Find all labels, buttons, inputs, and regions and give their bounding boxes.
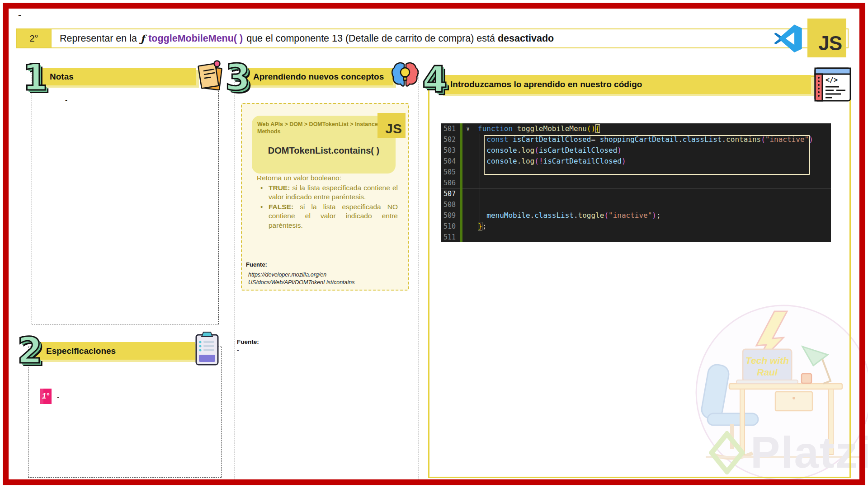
code-content[interactable] (473, 199, 831, 210)
fuente-secondary: Fuente: - (237, 338, 259, 354)
banner-codigo: Introduzcamos lo aprendido en nuestro có… (440, 75, 811, 94)
fuente-url[interactable]: https://developer.mozilla.org/en- US/doc… (248, 271, 361, 286)
section-number-2: 2 (17, 333, 42, 369)
task-title: Representar en la ƒ toggleMobileMenu( ) … (52, 29, 554, 47)
especificaciones-box (28, 347, 222, 478)
line-number: 501 (441, 123, 460, 134)
code-content[interactable] (473, 178, 831, 188)
clipboard-icon (194, 331, 220, 367)
fold-gutter (462, 221, 473, 232)
line-number: 505 (441, 167, 460, 178)
code-content[interactable] (473, 232, 831, 242)
fold-gutter (462, 199, 473, 210)
code-content[interactable]: }; (473, 221, 831, 232)
brain-idea-icon (392, 61, 419, 89)
line-number: 502 (441, 134, 460, 145)
concept-card: Web APIs > DOM > DOMTokenList > Instance… (241, 103, 409, 291)
fold-gutter (462, 178, 473, 188)
function-name: toggleMobileMenu( ) (148, 33, 243, 44)
section-number-4: 4 (422, 62, 448, 98)
line-number: 504 (441, 156, 460, 167)
svg-text:</>: </> (826, 76, 838, 84)
line-number: 509 (441, 210, 460, 221)
function-symbol: ƒ (141, 33, 145, 44)
editor-line-506[interactable]: 506 (441, 178, 831, 188)
line-number: 510 (441, 221, 460, 232)
breadcrumb-line2[interactable]: Methods (257, 128, 387, 135)
concept-intro: Retorna un valor booleano: (257, 174, 398, 183)
step-badge: 2° (17, 29, 52, 47)
banner-notas: Notas (40, 68, 196, 85)
editor-line-507[interactable]: 507 (441, 188, 831, 199)
fold-gutter (462, 210, 473, 221)
line-number: 507 (441, 188, 460, 199)
line-number: 503 (441, 145, 460, 156)
fold-gutter (462, 167, 473, 178)
code-content[interactable]: menuMobile.classList.toggle("inactive"); (473, 210, 831, 221)
banner-especificaciones: Especificaciones (36, 342, 195, 360)
sticky-note-icon (197, 59, 223, 95)
line-number: 511 (441, 232, 460, 242)
method-title: DOMTokenList.contains( ) (252, 145, 396, 156)
concept-bullet: TRUE: si la lista especificada contiene … (269, 183, 398, 202)
fuente-secondary-label: Fuente: (237, 338, 259, 345)
section-number-3: 3 (225, 60, 250, 96)
code-window-icon: </> (814, 67, 852, 102)
fuente-url-line1[interactable]: https://developer.mozilla.org/en- (248, 272, 328, 278)
spec-item-badge: 1° (40, 389, 52, 404)
task-text-emph: desactivado (498, 33, 554, 44)
task-text-mid: que el componente 13 (Detalle de carrito… (246, 33, 495, 44)
line-number: 508 (441, 199, 460, 210)
fold-gutter (462, 232, 473, 242)
editor-line-501[interactable]: 501∨function toggleMobileMenu(){ (441, 123, 831, 134)
code-content[interactable]: function toggleMobileMenu(){ (473, 123, 831, 134)
fold-gutter (462, 188, 473, 199)
concept-bullet: FALSE: si la lista especificada NO conti… (269, 202, 398, 230)
indent-guide (480, 134, 480, 232)
spec-item-text: - (57, 393, 59, 400)
concept-bullet-list: TRUE: si la lista especificada contiene … (257, 183, 398, 230)
task-text-pre: Representar en la (60, 33, 137, 44)
mdn-breadcrumb: Web APIs > DOM > DOMTokenList > Instance… (257, 121, 387, 136)
javascript-logo: JS (807, 19, 846, 57)
notas-content-dash: - (65, 96, 67, 103)
section-number-1: 1 (23, 60, 48, 96)
line-number: 506 (441, 178, 460, 188)
breadcrumb-line1: Web APIs > DOM > DOMTokenList > Instance (257, 121, 378, 127)
editor-line-511[interactable]: 511 (441, 232, 831, 242)
fold-gutter (462, 156, 473, 167)
notes-page: Tech with Raul Platzi - 2° Representar e… (0, 0, 868, 488)
editor-line-510[interactable]: 510}; (441, 221, 831, 232)
fuente-url-line2[interactable]: US/docs/Web/API/DOMTokenList/contains (248, 279, 355, 286)
editor-line-508[interactable]: 508 (441, 199, 831, 210)
task-header: 2° Representar en la ƒ toggleMobileMenu(… (16, 28, 849, 48)
fold-gutter (462, 134, 473, 145)
notas-box (32, 70, 219, 324)
fold-gutter (462, 145, 473, 156)
editor-line-509[interactable]: 509 menuMobile.classList.toggle("inactiv… (441, 210, 831, 221)
code-highlight-box (484, 135, 810, 175)
javascript-badge: JS (377, 113, 406, 138)
spec-item: 1° - (40, 389, 59, 404)
vscode-logo-icon (773, 23, 803, 52)
concept-description: Retorna un valor booleano: TRUE: si la l… (257, 174, 398, 231)
corner-dash: - (18, 9, 21, 21)
fold-chevron-icon[interactable]: ∨ (462, 123, 473, 134)
code-editor[interactable]: 501∨function toggleMobileMenu(){502 cons… (441, 123, 831, 242)
code-content[interactable] (473, 188, 831, 199)
fuente-secondary-value: - (237, 347, 259, 354)
fuente-label: Fuente: (246, 261, 267, 268)
banner-conceptos: Aprendiendo nuevos conceptos (243, 68, 393, 85)
